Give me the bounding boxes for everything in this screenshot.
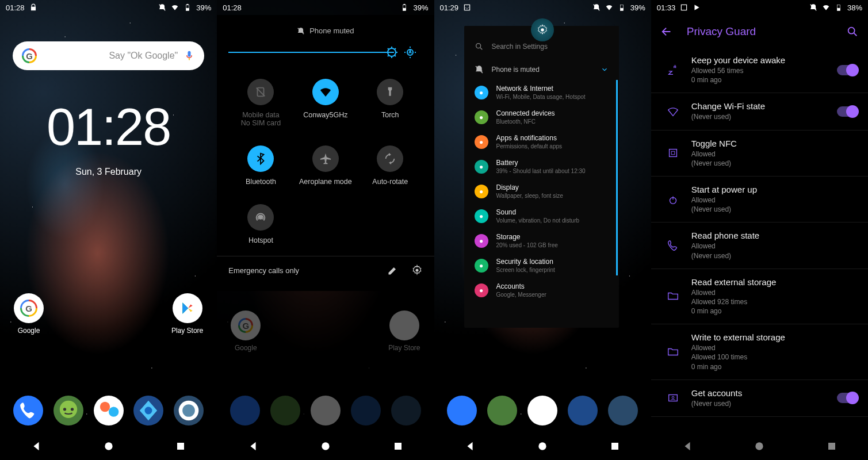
home-button[interactable] (531, 435, 554, 458)
date-widget[interactable]: Sun, 3 February (0, 167, 217, 177)
recents-button[interactable] (820, 435, 843, 458)
svg-rect-17 (403, 8, 406, 10)
accounts-icon (661, 392, 685, 404)
privacy-item[interactable]: Toggle NFCAllowed(Never used) (651, 131, 868, 177)
tile-airplane[interactable]: Aeroplane mode (293, 145, 358, 186)
search-icon[interactable] (846, 25, 859, 38)
tile-bluetooth[interactable]: Bluetooth (228, 145, 293, 186)
svg-point-26 (322, 442, 329, 450)
recents-button[interactable] (387, 435, 410, 458)
svg-point-35 (538, 442, 546, 450)
battery-icon (400, 3, 408, 12)
privacy-item[interactable]: Write to external storageAllowedAllowed … (651, 324, 868, 380)
status-battery: 39% (630, 3, 645, 12)
status-battery: 39% (413, 3, 428, 12)
privacy-item[interactable]: Change Wi-Fi state(Never used) (651, 93, 868, 130)
messages-app[interactable] (53, 396, 83, 425)
phone-app[interactable] (447, 396, 477, 425)
google-app: Google (231, 310, 261, 352)
play-icon (693, 3, 701, 12)
settings-item[interactable]: ●Battery39% - Should last until about 12… (464, 154, 619, 179)
settings-item[interactable]: ●DisplayWallpaper, sleep, font size (464, 179, 619, 204)
settings-item[interactable]: ●Security & locationScreen lock, fingerp… (464, 253, 619, 278)
back-button[interactable] (25, 435, 48, 458)
dock (0, 396, 217, 425)
folder-icon (661, 290, 685, 302)
status-battery: 38% (847, 3, 862, 12)
svg-rect-27 (395, 443, 402, 450)
tile-torch[interactable]: Torch (358, 79, 422, 127)
privacy-item[interactable]: Start at power upAllowed(Never used) (651, 177, 868, 223)
toggle-switch[interactable] (837, 393, 858, 403)
svg-point-32 (541, 28, 544, 32)
messages-app[interactable] (487, 396, 517, 425)
home-screen: 01:28 39% Say "Ok Google" 01:28 Sun, 3 F… (0, 0, 217, 460)
home-button[interactable] (97, 435, 120, 458)
privacy-guard-list[interactable]: zKeep your device awakeAllowed 56 times0… (651, 47, 868, 432)
nfc-icon (661, 147, 685, 159)
google-app[interactable]: Google (14, 293, 44, 335)
play-store-app[interactable]: Play Store (171, 293, 203, 335)
settings-muted-banner[interactable]: Phone is muted (464, 59, 619, 80)
settings-item[interactable]: ●Network & InternetWi-Fi, Mobile, Data u… (464, 80, 619, 105)
play-store-app: Play Store (388, 310, 420, 352)
auto-brightness-icon[interactable] (403, 45, 417, 59)
privacy-item[interactable]: Read phone stateAllowed(Never used) (651, 223, 868, 269)
tile-autorotate[interactable]: Auto-rotate (358, 145, 422, 186)
svg-rect-36 (611, 443, 618, 450)
edit-icon[interactable] (387, 264, 399, 276)
recents-button[interactable] (169, 435, 192, 458)
muted-row[interactable]: Phone muted (217, 22, 434, 43)
wifi-icon (822, 3, 830, 12)
toggle-switch[interactable] (837, 106, 858, 117)
home-button[interactable] (314, 435, 337, 458)
back-button[interactable] (242, 435, 265, 458)
status-time: 01:28 (6, 3, 25, 12)
status-bar: 01:33 38% (651, 0, 868, 15)
brightness-slider[interactable] (228, 43, 422, 62)
settings-item[interactable]: ●Apps & notificationsPermissions, defaul… (464, 129, 619, 154)
settings-item[interactable]: ●Storage20% used - 102 GB free (464, 228, 619, 253)
back-button[interactable] (458, 435, 481, 458)
svg-text:z: z (674, 64, 676, 68)
back-arrow-icon[interactable] (660, 25, 673, 38)
privacy-item[interactable]: zKeep your device awakeAllowed 56 times0… (651, 47, 868, 93)
status-bar: 01:28 39% (217, 0, 434, 15)
quick-settings-screen: 01:28 39% Phone muted Mobile dataNo SIM … (217, 0, 434, 460)
mic-icon[interactable] (183, 50, 195, 62)
settings-item[interactable]: ●Connected devicesBluetooth, NFC (464, 105, 619, 129)
privacy-item[interactable]: Read external storageAllowedAllowed 928 … (651, 269, 868, 325)
contacts-app[interactable] (527, 396, 557, 425)
google-logo-icon (22, 48, 37, 63)
settings-item[interactable]: ●SoundVolume, vibration, Do not disturb (464, 204, 619, 228)
settings-icon[interactable] (411, 264, 423, 276)
svg-rect-18 (404, 4, 405, 5)
browser-app[interactable] (133, 396, 163, 425)
battery-icon (835, 3, 843, 12)
privacy-item[interactable]: Get accounts(Never used) (651, 380, 868, 417)
tile-hotspot[interactable]: Hotspot (228, 204, 293, 244)
scrollbar[interactable] (616, 80, 618, 275)
clock-widget[interactable]: 01:28 (0, 98, 217, 157)
nav-bar (651, 432, 868, 460)
svg-point-24 (259, 216, 263, 219)
recents-button[interactable] (603, 435, 626, 458)
tile-wifi[interactable]: Conway5GHz (293, 79, 358, 127)
tile-mobile-data[interactable]: Mobile dataNo SIM card (228, 79, 293, 127)
browser-app[interactable] (568, 396, 598, 425)
phone-app[interactable] (13, 396, 43, 425)
bell-off-icon (475, 65, 484, 74)
back-button[interactable] (676, 435, 699, 458)
toggle-switch[interactable] (837, 65, 858, 75)
settings-item[interactable]: ●AccountsGoogle, Messenger (464, 278, 619, 302)
home-button[interactable] (748, 435, 771, 458)
category-icon: ● (475, 86, 488, 99)
google-search-bar[interactable]: Say "Ok Google" (13, 41, 204, 70)
contacts-app[interactable] (94, 396, 124, 425)
category-icon: ● (475, 259, 488, 273)
svg-rect-46 (668, 395, 677, 401)
settings-panel[interactable]: Search in Settings Phone is muted ●Netwo… (464, 26, 619, 328)
camera-app[interactable] (174, 396, 204, 425)
svg-point-20 (388, 48, 396, 56)
camera-app[interactable] (608, 396, 638, 425)
